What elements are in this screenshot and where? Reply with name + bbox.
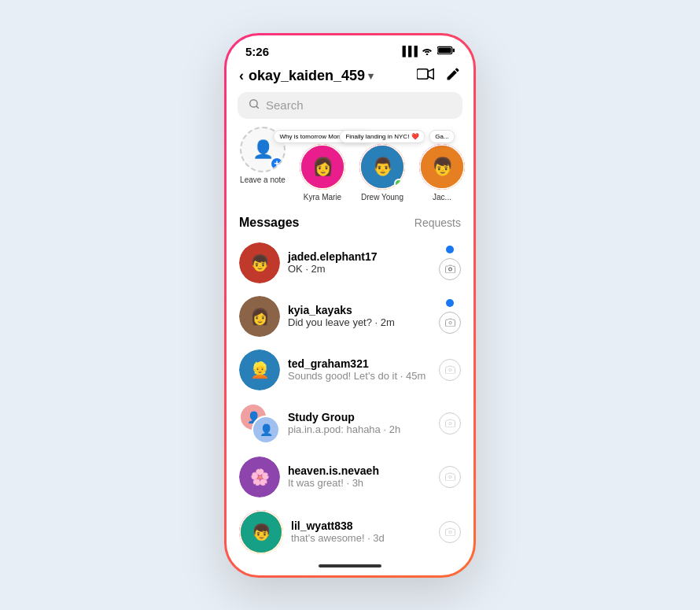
messages-title: Messages [239, 216, 300, 230]
message-item-jaded[interactable]: 👦 jaded.elephant17 OK · 2m [227, 236, 473, 290]
avatar-jaded: 👦 [239, 242, 280, 283]
msg-right-study [439, 412, 461, 434]
home-indicator [319, 564, 381, 567]
svg-rect-3 [453, 49, 455, 53]
camera-button-ted[interactable] [439, 359, 461, 381]
search-bar[interactable]: Search [238, 92, 462, 119]
header-left: ‹ okay_kaiden_459 ▾ [239, 68, 374, 84]
msg-username-lil: lil_wyatt838 [291, 519, 431, 532]
messages-list: 👦 jaded.elephant17 OK · 2m 👩 kyia_kayaks… [227, 236, 473, 560]
msg-preview-heaven: It was great! · 3h [288, 477, 431, 489]
svg-point-12 [448, 531, 451, 533]
camera-button-lil[interactable] [439, 521, 461, 543]
header: ‹ okay_kaiden_459 ▾ [227, 61, 473, 92]
back-button[interactable]: ‹ [239, 68, 244, 84]
camera-button-jaded[interactable] [439, 258, 461, 280]
svg-point-8 [448, 321, 451, 323]
battery-icon [437, 45, 455, 57]
signal-icon: ▐▐▐ [399, 46, 417, 57]
msg-preview-study: pia.in.a.pod: hahaha · 2h [288, 423, 431, 435]
section-header: Messages Requests [227, 213, 473, 236]
add-avatar-emoji: 👤 [252, 139, 274, 160]
msg-right-jaded [439, 246, 461, 280]
story-name-jac: Jac... [433, 193, 451, 201]
message-item-kyia[interactable]: 👩 kyia_kayaks Did you leave yet? · 2m [227, 290, 473, 343]
avatar-lil: 👦 [239, 510, 283, 554]
unread-dot-jaded [446, 246, 454, 253]
svg-point-10 [448, 422, 451, 424]
story-note-drew: Finally landing in NYC! ❤️ [339, 130, 425, 143]
story-note-jac: Ga... [429, 130, 455, 143]
stories-row: 👤 + Leave a note Why is tomorrow Monday!… [227, 127, 473, 213]
avatar-kyia: 👩 [239, 296, 280, 337]
svg-marker-5 [428, 68, 433, 79]
status-time: 5:26 [245, 45, 269, 58]
svg-point-11 [448, 475, 451, 478]
header-username[interactable]: okay_kaiden_459 [249, 68, 365, 84]
dropdown-icon[interactable]: ▾ [368, 70, 374, 82]
story-name-add: Leave a note [240, 176, 286, 184]
online-indicator [394, 179, 403, 188]
msg-username-study: Study Group [288, 411, 431, 423]
camera-button-heaven[interactable] [439, 466, 461, 488]
story-name-drew: Drew Young [361, 193, 403, 201]
msg-username-jaded: jaded.elephant17 [288, 250, 431, 263]
avatar-jac: 👦 [421, 146, 463, 188]
msg-content-kyia: kyia_kayaks Did you leave yet? · 2m [288, 304, 431, 328]
story-item-jac[interactable]: Ga... 👦 Jac... [417, 144, 467, 201]
avatar-ted: 👱 [239, 349, 280, 390]
wifi-icon [421, 45, 433, 57]
message-item-ted[interactable]: 👱 ted_graham321 Sounds good! Let's do it… [227, 343, 473, 397]
status-bar: 5:26 ▐▐▐ [227, 35, 473, 61]
msg-content-lil: lil_wyatt838 that's awesome! · 3d [291, 519, 431, 544]
search-icon [249, 98, 260, 113]
msg-right-lil [439, 521, 461, 543]
video-call-button[interactable] [417, 67, 434, 85]
msg-username-heaven: heaven.is.nevaeh [288, 464, 431, 477]
msg-content-jaded: jaded.elephant17 OK · 2m [288, 250, 431, 275]
story-item-kyra[interactable]: Why is tomorrow Monday!? 😄 👩 Kyra Marie [297, 144, 348, 201]
msg-content-heaven: heaven.is.nevaeh It was great! · 3h [288, 464, 431, 489]
msg-preview-kyia: Did you leave yet? · 2m [288, 316, 431, 328]
msg-preview-jaded: OK · 2m [288, 263, 431, 275]
header-icons [417, 66, 461, 86]
status-icons: ▐▐▐ [399, 45, 455, 57]
msg-preview-ted: Sounds good! Let's do it · 45m [288, 370, 431, 382]
camera-button-kyia[interactable] [439, 312, 461, 334]
compose-button[interactable] [445, 66, 461, 86]
message-item-study[interactable]: 👤 👤 Study Group pia.in.a.pod: hahaha · 2… [227, 397, 473, 450]
requests-link[interactable]: Requests [414, 216, 461, 229]
svg-rect-4 [417, 68, 428, 79]
msg-content-study: Study Group pia.in.a.pod: hahaha · 2h [288, 411, 431, 435]
story-name-kyra: Kyra Marie [304, 193, 341, 201]
avatar-kyra: 👩 [301, 146, 344, 188]
msg-preview-lil: that's awesome! · 3d [291, 532, 431, 544]
avatar-study: 👤 👤 [239, 403, 280, 444]
msg-content-ted: ted_graham321 Sounds good! Let's do it ·… [288, 357, 431, 382]
story-item-drew[interactable]: Finally landing in NYC! ❤️ 👨 Drew Young [357, 144, 407, 201]
search-placeholder: Search [266, 98, 304, 112]
msg-username-kyia: kyia_kayaks [288, 304, 431, 316]
camera-button-study[interactable] [439, 412, 461, 434]
unread-dot-kyia [446, 299, 454, 307]
svg-point-9 [448, 368, 451, 371]
msg-right-heaven [439, 466, 461, 488]
add-note-plus: + [270, 157, 284, 171]
avatar-heaven: 🌸 [239, 457, 280, 497]
message-item-lil[interactable]: 👦 lil_wyatt838 that's awesome! · 3d [227, 504, 473, 560]
svg-rect-2 [438, 47, 451, 53]
phone-frame: 5:26 ▐▐▐ ‹ okay_kaiden_459 ▾ [224, 33, 476, 578]
msg-right-ted [439, 359, 461, 381]
message-item-heaven[interactable]: 🌸 heaven.is.nevaeh It was great! · 3h [227, 450, 473, 504]
msg-username-ted: ted_graham321 [288, 357, 431, 370]
svg-line-7 [256, 105, 259, 108]
svg-point-0 [426, 54, 429, 55]
msg-right-kyia [439, 299, 461, 334]
